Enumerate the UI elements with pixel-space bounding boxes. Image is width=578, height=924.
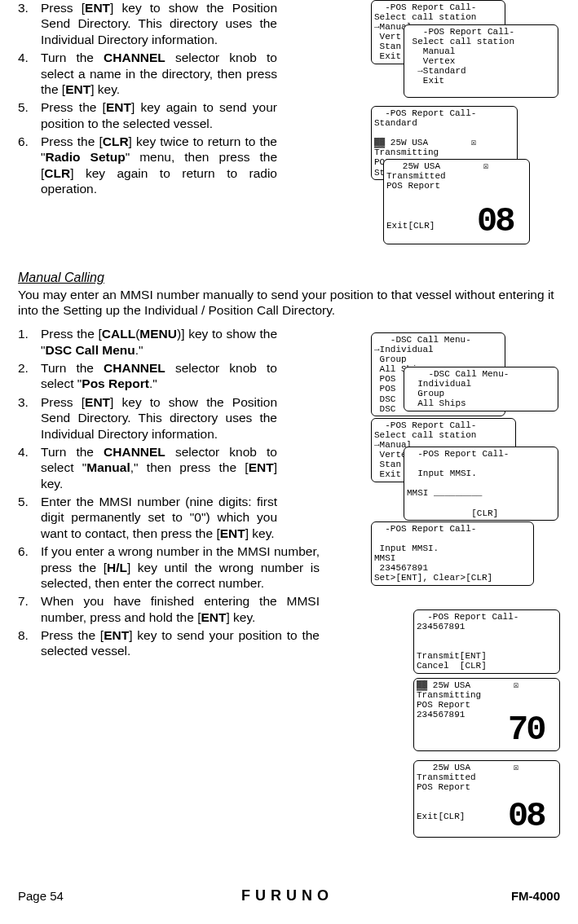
step-num: 5. — [18, 494, 41, 541]
channel-08-display-2: 08 — [508, 799, 544, 834]
channel-70-display: 70 — [508, 713, 544, 747]
middle-screens-group: -DSC Call Menu- →Individual Group All Sh… — [371, 332, 560, 601]
top-screens-group: -POS Report Call- Select call station →M… — [371, 0, 560, 253]
step-num: 2. — [18, 360, 41, 392]
screen-input-mmsi-blank: -POS Report Call- Input MMSI. MMSI _____… — [404, 447, 558, 521]
step-num: 8. — [18, 627, 41, 659]
screen-select-station-2: -POS Report Call- Select call station Ma… — [404, 24, 558, 98]
step-text: Press [ENT] key to show the Position Sen… — [41, 394, 277, 442]
step-num: 3. — [18, 394, 41, 442]
step-num: 4. — [18, 50, 41, 97]
step-text: Press the [CALL(MENU)] key to show the "… — [41, 326, 277, 358]
step-num: 3. — [18, 0, 41, 47]
step-num: 4. — [18, 444, 41, 491]
step-text: Turn the CHANNEL selector knob to select… — [41, 444, 277, 491]
screen-dsc-call-menu-2: -DSC Call Menu- Individual Group All Shi… — [404, 367, 558, 411]
step-text: Turn the CHANNEL selector knob to select… — [41, 50, 277, 97]
step-text: Press [ENT] key to show the Position Sen… — [41, 0, 277, 47]
channel-08-display: 08 — [477, 205, 513, 239]
step-text: Enter the MMSI number (nine digits: firs… — [41, 494, 277, 541]
brand-logo: FURUNO — [241, 887, 333, 904]
step-text: Press the [ENT] key again to send your p… — [41, 99, 277, 131]
intro-text: You may enter an MMSI number manually to… — [18, 287, 560, 319]
bottom-screens-group: -POS Report Call- 234567891 Transmit[ENT… — [413, 609, 560, 862]
step-num: 6. — [18, 134, 41, 197]
step-text: If you enter a wrong number in the MMSI … — [41, 543, 320, 591]
step-num: 1. — [18, 326, 41, 358]
step-num: 5. — [18, 99, 41, 131]
screen-input-mmsi-filled: -POS Report Call- Input MMSI. MMSI 23456… — [371, 521, 534, 586]
step-text: Turn the CHANNEL selector knob to select… — [41, 360, 277, 392]
step-text: Press the [CLR] key twice to return to t… — [41, 134, 277, 197]
step-text: Press the [ENT] key to send your positio… — [41, 627, 320, 659]
step-text: When you have finished entering the MMSI… — [41, 593, 320, 625]
step-num: 6. — [18, 543, 41, 591]
step-num: 7. — [18, 593, 41, 625]
model-label: FM-4000 — [511, 889, 560, 903]
page-number: Page 54 — [18, 889, 64, 903]
screen-transmit-cancel: -POS Report Call- 234567891 Transmit[ENT… — [413, 609, 560, 674]
footer: Page 54 FURUNO FM-4000 — [18, 887, 560, 904]
manual-calling-heading: Manual Calling — [18, 271, 560, 285]
